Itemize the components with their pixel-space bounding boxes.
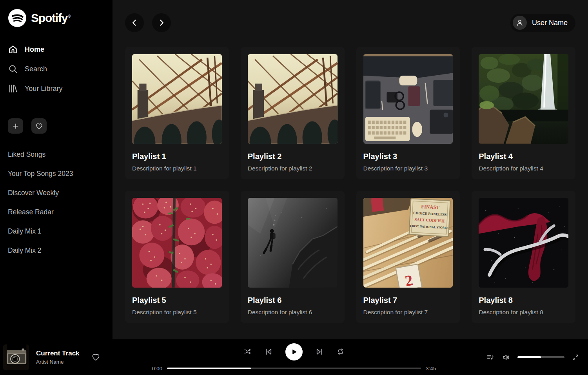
- playlist-card-8[interactable]: Playlist 8 Description for playlist 8: [472, 191, 575, 323]
- heart-icon: [91, 353, 100, 362]
- playlist-art-desk-flatlay: [363, 54, 453, 144]
- playlist-description: Description for playlist 6: [248, 309, 338, 316]
- playlist-card-3[interactable]: Playlist 3 Description for playlist 3: [356, 47, 460, 179]
- playlist-art-steel-truss: [132, 54, 222, 144]
- nav-back-button[interactable]: [125, 13, 144, 32]
- playlist-card-5[interactable]: Playlist 5 Description for playlist 5: [125, 191, 229, 323]
- volume-button[interactable]: [502, 353, 510, 362]
- sidebar-nav: Home Search Your Library: [8, 44, 105, 94]
- playlist-description: Description for playlist 5: [132, 309, 222, 316]
- playlist-title: Playlist 7: [363, 296, 453, 305]
- spotify-logo[interactable]: Spotify®: [8, 9, 105, 27]
- registered-mark: ®: [68, 14, 70, 18]
- queue-button[interactable]: [486, 353, 495, 362]
- app-window: Spotify® Home Search: [0, 0, 588, 375]
- playlist-title: Playlist 1: [132, 152, 222, 161]
- playlist-title: Playlist 8: [479, 296, 568, 305]
- expand-icon: [572, 353, 579, 361]
- topbar: User Name: [125, 13, 575, 32]
- playlist-title: Playlist 5: [132, 296, 222, 305]
- previous-icon: [264, 347, 274, 357]
- sidebar-playlist-your-top-songs[interactable]: Your Top Songs 2023: [8, 168, 105, 179]
- volume-fill: [517, 356, 541, 358]
- playlist-art-rulers-sign: FINAST CHOICE BONELESS SALT CODFISH FIRS…: [363, 198, 453, 288]
- sidebar-playlist-release-radar[interactable]: Release Radar: [8, 207, 105, 217]
- sidebar-actions: [8, 118, 105, 134]
- home-icon: [8, 44, 18, 54]
- plus-icon: [12, 122, 20, 130]
- previous-track-button[interactable]: [264, 347, 274, 357]
- nav-label: Search: [25, 65, 47, 73]
- elapsed-time: 0:00: [149, 366, 162, 371]
- playlist-title: Playlist 2: [248, 152, 338, 161]
- progress-bar[interactable]: [167, 368, 421, 369]
- playlist-description: Description for playlist 7: [363, 309, 453, 316]
- library-icon: [8, 83, 18, 94]
- playlist-title: Playlist 6: [248, 296, 338, 305]
- total-time: 3:45: [426, 366, 439, 371]
- playlist-description: Description for playlist 1: [132, 165, 222, 172]
- next-track-button[interactable]: [314, 347, 324, 357]
- fullscreen-button[interactable]: [572, 353, 579, 361]
- now-playing-art-vintage-camera: [3, 344, 29, 370]
- playlist-title: Playlist 4: [479, 152, 568, 161]
- current-track-artist: Artist Name: [36, 359, 80, 365]
- player-right-controls: [486, 353, 588, 362]
- spotify-logo-icon: [8, 9, 27, 27]
- volume-icon: [502, 353, 510, 362]
- nav-label: Your Library: [25, 85, 62, 93]
- volume-slider[interactable]: [517, 356, 564, 358]
- sidebar-playlist-discover-weekly[interactable]: Discover Weekly: [8, 188, 105, 198]
- shuffle-icon: [243, 347, 252, 356]
- shuffle-button[interactable]: [243, 347, 252, 356]
- play-icon: [290, 348, 298, 356]
- playlist-art-steel-truss: [248, 54, 338, 144]
- playlist-card-7[interactable]: FINAST CHOICE BONELESS SALT CODFISH FIRS…: [356, 191, 460, 323]
- playlist-description: Description for playlist 2: [248, 165, 338, 172]
- playlist-grid: Playlist 1 Description for playlist 1: [125, 47, 575, 323]
- play-button[interactable]: [285, 343, 303, 361]
- playlist-art-waterfall: [479, 54, 568, 144]
- repeat-icon: [336, 347, 345, 356]
- sidebar-item-home[interactable]: Home: [8, 44, 105, 55]
- playlist-card-4[interactable]: Playlist 4 Description for playlist 4: [472, 47, 575, 179]
- like-track-button[interactable]: [91, 353, 100, 362]
- playlist-description: Description for playlist 3: [363, 165, 453, 172]
- sidebar-playlist-daily-mix-1[interactable]: Daily Mix 1: [8, 226, 105, 236]
- progress-fill: [167, 368, 251, 369]
- sidebar-item-your-library[interactable]: Your Library: [8, 83, 105, 94]
- repeat-button[interactable]: [336, 347, 345, 356]
- player-bar: Current Track Artist Name: [0, 339, 588, 375]
- playlist-art-strawberries: [132, 198, 222, 288]
- now-playing: Current Track Artist Name: [0, 344, 100, 370]
- sidebar-item-search[interactable]: Search: [8, 63, 105, 74]
- main-content: User Name: [113, 0, 588, 339]
- queue-icon: [486, 353, 495, 362]
- playlist-card-2[interactable]: Playlist 2 Description for playlist 2: [241, 47, 345, 179]
- progress-row: 0:00 3:45: [149, 366, 439, 371]
- user-icon: [515, 18, 524, 27]
- playlist-title: Playlist 3: [363, 152, 453, 161]
- avatar: [513, 16, 527, 30]
- playlist-art-antler-fabric: [479, 198, 568, 288]
- user-name-label: User Name: [532, 19, 568, 27]
- playlist-card-1[interactable]: Playlist 1 Description for playlist 1: [125, 47, 229, 179]
- user-menu-button[interactable]: User Name: [510, 14, 575, 32]
- sidebar: Spotify® Home Search: [0, 0, 113, 339]
- nav-label: Home: [25, 45, 44, 54]
- chevron-right-icon: [157, 18, 166, 27]
- chevron-left-icon: [130, 18, 139, 27]
- sidebar-playlist-liked-songs[interactable]: Liked Songs: [8, 149, 105, 159]
- liked-songs-button[interactable]: [31, 118, 47, 134]
- sidebar-playlist-list: Liked Songs Your Top Songs 2023 Discover…: [8, 149, 105, 255]
- next-icon: [314, 347, 324, 357]
- create-playlist-button[interactable]: [8, 118, 23, 134]
- search-icon: [8, 64, 18, 74]
- transport-controls: [243, 343, 345, 361]
- playlist-art-scuba-diver: [248, 198, 338, 288]
- sidebar-playlist-daily-mix-2[interactable]: Daily Mix 2: [8, 245, 105, 255]
- nav-forward-button[interactable]: [152, 13, 171, 32]
- playlist-card-6[interactable]: Playlist 6 Description for playlist 6: [241, 191, 345, 323]
- brand-wordmark: Spotify®: [31, 11, 70, 25]
- heart-icon: [35, 122, 43, 130]
